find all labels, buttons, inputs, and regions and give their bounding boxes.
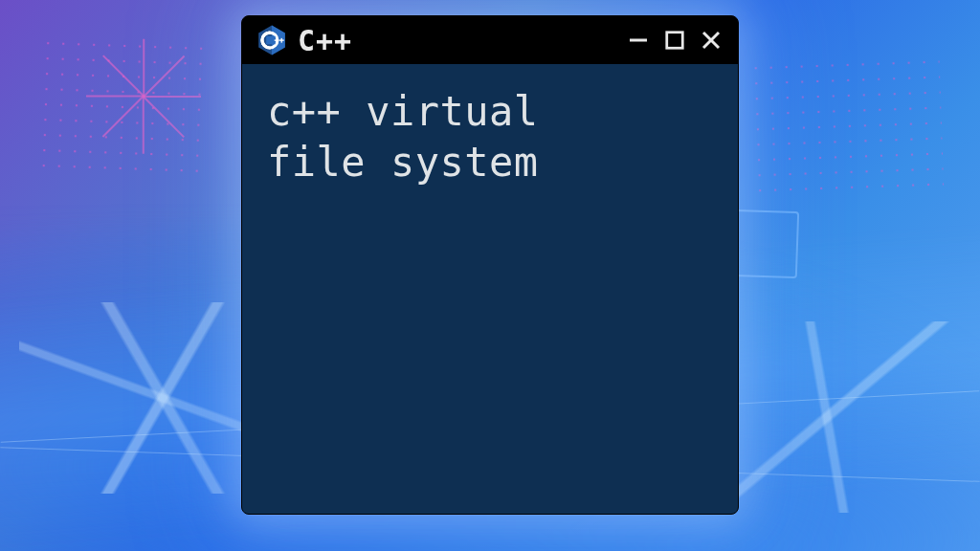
svg-rect-3 [266,36,276,45]
close-button[interactable] [698,27,724,54]
cpp-logo-icon [256,24,288,56]
titlebar[interactable]: C++ [242,16,738,64]
window-title: C++ [298,24,352,57]
svg-rect-9 [667,33,683,49]
svg-rect-7 [279,39,284,40]
terminal-window: C++ [241,15,739,515]
bg-starburst [105,57,182,134]
svg-rect-5 [275,39,279,40]
minimize-button[interactable] [625,27,652,54]
minimize-icon [627,29,650,52]
bg-square [730,209,799,278]
maximize-button[interactable] [661,27,688,54]
terminal-body[interactable]: c++ virtual file system [242,64,738,514]
maximize-icon [664,30,685,51]
terminal-text: c++ virtual file system [267,87,713,187]
close-icon [700,29,723,52]
